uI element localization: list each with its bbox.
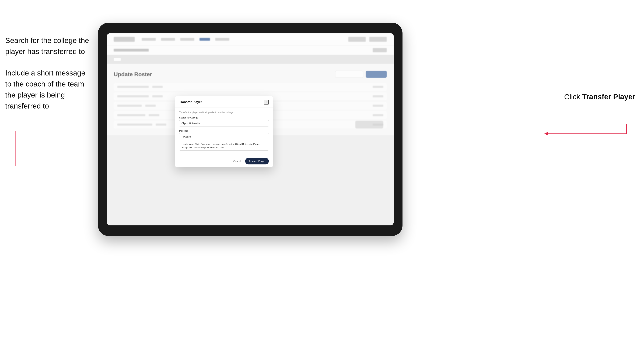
col-pos xyxy=(149,114,159,116)
col-name xyxy=(117,124,152,126)
tablet-screen: Update Roster xyxy=(107,33,394,225)
modal-title: Transfer Player xyxy=(179,100,202,104)
right-arrow xyxy=(544,124,637,142)
bottom-area xyxy=(355,121,383,128)
col-pos xyxy=(145,105,156,107)
page-btn-primary xyxy=(366,71,387,78)
nav-right xyxy=(348,37,387,42)
search-college-label: Search for College xyxy=(179,116,269,119)
sub-header xyxy=(107,45,394,55)
col-action xyxy=(373,105,383,107)
sub-header-text xyxy=(114,49,149,51)
nav-btn-1 xyxy=(348,37,366,42)
col-action xyxy=(373,86,383,88)
nav-item-3 xyxy=(180,38,194,41)
col-action xyxy=(373,95,383,97)
col-pos xyxy=(156,124,166,126)
col-pos xyxy=(152,95,163,97)
annotation-left: Search for the college the player has tr… xyxy=(5,35,96,122)
tab-active xyxy=(114,58,121,61)
nav-item-5 xyxy=(215,38,229,41)
modal-subtitle: Transfer the player and their profile to… xyxy=(179,111,269,114)
col-name xyxy=(117,114,145,116)
svg-marker-5 xyxy=(544,132,548,135)
annotation-right: Click Transfer Player xyxy=(564,93,635,101)
col-action xyxy=(373,114,383,116)
nav-items xyxy=(142,38,229,41)
tab-bar xyxy=(107,55,394,64)
modal-close-button[interactable]: × xyxy=(264,100,269,105)
tab-inactive xyxy=(122,58,128,61)
page-btn-outline xyxy=(335,71,363,78)
bottom-blurred-btn xyxy=(355,121,383,128)
main-content: Update Roster xyxy=(107,64,394,135)
col-name xyxy=(117,86,149,88)
nav-item-1 xyxy=(142,38,156,41)
message-label: Message xyxy=(179,130,269,132)
col-name xyxy=(117,95,149,97)
page-title-area: Update Roster xyxy=(114,71,387,78)
col-pos xyxy=(152,86,163,88)
search-college-input[interactable] xyxy=(179,120,269,127)
message-textarea[interactable] xyxy=(179,133,269,151)
cancel-button[interactable]: Cancel xyxy=(231,158,243,164)
nav-item-2 xyxy=(161,38,175,41)
sub-header-right xyxy=(373,48,387,52)
col-name xyxy=(117,105,142,107)
nav-item-4 xyxy=(200,38,210,41)
page-buttons xyxy=(335,71,387,78)
app-navbar xyxy=(107,33,394,45)
modal-body: Transfer the player and their profile to… xyxy=(175,107,273,155)
modal-footer: Cancel Transfer Player xyxy=(175,155,273,167)
tablet-frame: Update Roster xyxy=(98,23,402,236)
left-arrow xyxy=(5,131,110,176)
roster-row xyxy=(114,83,387,91)
transfer-player-button[interactable]: Transfer Player xyxy=(245,158,269,165)
modal-header: Transfer Player × xyxy=(175,96,273,107)
transfer-player-modal: Transfer Player × Transfer the player an… xyxy=(175,96,273,167)
nav-btn-2 xyxy=(369,37,387,42)
nav-logo xyxy=(114,37,135,42)
page-title: Update Roster xyxy=(114,71,152,78)
